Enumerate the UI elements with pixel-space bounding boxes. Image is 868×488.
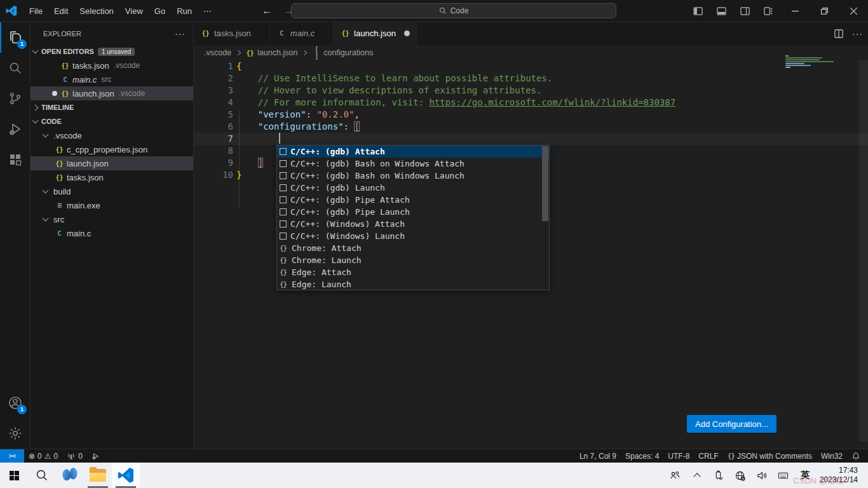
status-language-mode[interactable]: {}JSON with Comments: [723, 449, 817, 463]
toggle-panel-icon[interactable]: [717, 6, 726, 16]
touch-keyboard-icon[interactable]: [774, 463, 793, 488]
suggestion-c-c-gdb-bash-on-windows-attach[interactable]: C/C++: (gdb) Bash on Windows Attach: [277, 158, 549, 170]
suggestion-chrome-attach[interactable]: {}Chrome: Attach: [277, 242, 549, 254]
open-editor-tasks-json[interactable]: {}tasks.json.vscode: [31, 58, 193, 72]
suggestion-c-c-gdb-pipe-launch[interactable]: C/C++: (gdb) Pipe Launch: [277, 206, 549, 218]
split-editor-icon[interactable]: [834, 29, 843, 38]
status-cursor-position[interactable]: Ln 7, Col 9: [575, 449, 621, 463]
suggest-scrollbar[interactable]: [542, 146, 548, 221]
notifications-bell[interactable]: [847, 449, 868, 463]
debug-status[interactable]: [87, 449, 105, 463]
explorer-more-actions-icon[interactable]: ···: [175, 29, 186, 39]
suggestion-c-c-windows-attach[interactable]: C/C++: (Windows) Attach: [277, 218, 549, 230]
open-editors-header[interactable]: OPEN EDITORS 1 unsaved: [31, 44, 193, 58]
close-button[interactable]: [839, 0, 868, 22]
menu-run[interactable]: Run: [171, 0, 198, 22]
status-eol[interactable]: CRLF: [694, 449, 722, 463]
json-file-icon: {}: [245, 50, 255, 57]
suggestion-c-c-gdb-attach[interactable]: C/C++: (gdb) Attach: [277, 146, 549, 158]
accounts-icon[interactable]: 1: [0, 388, 31, 418]
taskbar-app-butterfly[interactable]: [56, 463, 84, 488]
file-launch-json[interactable]: {}launch.json: [31, 156, 193, 170]
minimize-button[interactable]: [780, 0, 810, 22]
suggestion-c-c-gdb-launch[interactable]: C/C++: (gdb) Launch: [277, 182, 549, 194]
code-line-7[interactable]: 7: [194, 133, 868, 145]
menu-view[interactable]: View: [119, 0, 149, 22]
breadcrumb-item-vscode[interactable]: .vscode: [204, 48, 231, 57]
settings-gear-icon[interactable]: [0, 418, 31, 449]
people-icon[interactable]: [666, 463, 685, 488]
menu-selection[interactable]: Selection: [74, 0, 119, 22]
suggestion-label: Chrome: Attach: [292, 243, 362, 253]
run-debug-view-icon[interactable]: [0, 114, 31, 144]
ime-language-indicator[interactable]: 英: [796, 463, 815, 488]
restore-button[interactable]: [810, 0, 839, 22]
tab-main-c[interactable]: Cmain.c: [270, 22, 334, 44]
code-folder-header[interactable]: CODE: [31, 114, 193, 128]
status-label: UTF-8: [668, 452, 689, 461]
editor-more-actions-icon[interactable]: ···: [852, 29, 863, 39]
suggestion-label: Edge: Attach: [292, 268, 351, 277]
code-line-5[interactable]: 5 "version": "0.2.0",: [194, 109, 868, 121]
toggle-sidebar-icon[interactable]: [693, 6, 703, 16]
taskbar-vscode[interactable]: [112, 463, 140, 488]
menu-file[interactable]: File: [24, 0, 48, 22]
menu-edit[interactable]: Edit: [48, 0, 74, 22]
taskbar-clock[interactable]: 17:43 2023/12/14: [817, 466, 864, 485]
explorer-view-icon[interactable]: 1: [0, 22, 31, 53]
suggestion-c-c-windows-launch[interactable]: C/C++: (Windows) Launch: [277, 230, 549, 242]
file-main-c[interactable]: Cmain.c: [31, 226, 193, 240]
source-control-view-icon[interactable]: [0, 83, 31, 114]
speaker-icon[interactable]: [752, 463, 771, 488]
file-c-cpp-properties-json[interactable]: {}c_cpp_properties.json: [31, 142, 193, 156]
toggle-secondary-sidebar-icon[interactable]: [740, 6, 750, 16]
tray-expand-chevron[interactable]: [688, 463, 707, 488]
line-number: 9: [194, 157, 233, 169]
menu-more[interactable]: ⋯: [198, 0, 217, 22]
remote-indicator[interactable]: ><: [0, 449, 24, 463]
search-view-icon[interactable]: [0, 53, 31, 83]
folder-vscode[interactable]: .vscode: [31, 128, 193, 142]
code-line-3[interactable]: 3 // Hover to view descriptions of exist…: [194, 85, 868, 97]
ports-indicator[interactable]: 0: [62, 449, 87, 463]
back-icon[interactable]: ←: [262, 5, 272, 17]
code-line-2[interactable]: 2 // Use IntelliSense to learn about pos…: [194, 72, 868, 85]
file-tasks-json[interactable]: {}tasks.json: [31, 170, 193, 184]
breadcrumb-item-configurations[interactable]: [ ]configurations: [311, 46, 373, 60]
add-configuration-button[interactable]: Add Configuration...: [687, 415, 776, 433]
suggestion-c-c-gdb-pipe-attach[interactable]: C/C++: (gdb) Pipe Attach: [277, 194, 549, 206]
open-editor-main-c[interactable]: Cmain.csrc: [31, 72, 193, 86]
suggestion-c-c-gdb-bash-on-windows-launch[interactable]: C/C++: (gdb) Bash on Windows Launch: [277, 170, 549, 182]
customize-layout-icon[interactable]: [764, 6, 773, 16]
suggestion-label: C/C++: (gdb) Bash on Windows Attach: [290, 159, 465, 168]
problems-indicator[interactable]: ⊗ 0 ⚠ 0: [24, 449, 62, 463]
breadcrumb-item-launch-json[interactable]: {}launch.json: [245, 48, 297, 57]
start-button[interactable]: [0, 463, 28, 488]
tab-launch-json[interactable]: {}launch.json: [334, 22, 417, 45]
folder-build[interactable]: build: [31, 184, 193, 198]
suggestion-edge-launch[interactable]: {}Edge: Launch: [277, 278, 549, 290]
taskbar-search-button[interactable]: [28, 463, 56, 488]
command-center-search[interactable]: Code: [291, 3, 616, 18]
status-platform[interactable]: Win32: [817, 449, 847, 463]
code-line-6[interactable]: 6 "configurations": [: [194, 121, 868, 133]
status-indentation[interactable]: Spaces: 4: [621, 449, 663, 463]
folder-src[interactable]: src: [31, 212, 193, 226]
menu-go[interactable]: Go: [149, 0, 171, 22]
tab-tasks-json[interactable]: {}tasks.json: [194, 22, 270, 44]
code-line-4[interactable]: 4 // For more information, visit: https:…: [194, 97, 868, 109]
suggestion-chrome-launch[interactable]: {}Chrome: Launch: [277, 254, 549, 266]
status-encoding[interactable]: UTF-8: [663, 449, 694, 463]
network-globe-icon[interactable]: [731, 463, 750, 488]
code-line-1[interactable]: 1{: [194, 60, 868, 72]
suggestion-edge-attach[interactable]: {}Edge: Attach: [277, 266, 549, 278]
usb-icon[interactable]: [709, 463, 728, 488]
open-editor-launch-json[interactable]: {}launch.json.vscode: [31, 86, 193, 100]
timeline-header[interactable]: TIMELINE: [31, 100, 193, 114]
minimap[interactable]: [785, 55, 857, 73]
file-main-exe[interactable]: ≡main.exe: [31, 198, 193, 212]
editor-scrollbar[interactable]: [859, 60, 868, 442]
taskbar-file-explorer[interactable]: [84, 463, 112, 488]
json-file-icon: {}: [340, 30, 351, 37]
extensions-view-icon[interactable]: [0, 144, 31, 175]
